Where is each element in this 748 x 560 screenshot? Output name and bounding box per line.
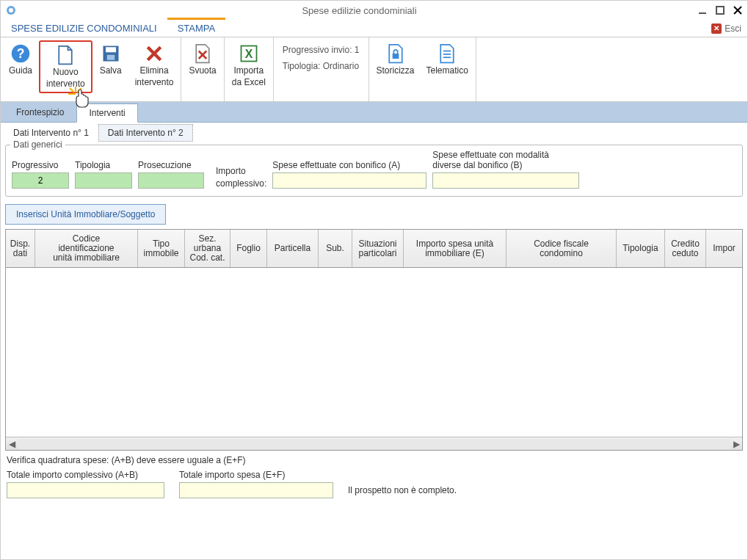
svg-rect-3 (716, 7, 724, 14)
guida-label: Guida (9, 65, 32, 76)
exit-icon: ✕ (711, 23, 722, 34)
inner-tab-2[interactable]: Dati Intervento n° 2 (98, 124, 193, 142)
col-tipo-immobile[interactable]: Tipo immobile (138, 230, 185, 267)
minimize-icon[interactable] (697, 5, 708, 15)
spese-b-input[interactable] (432, 172, 579, 189)
scroll-left-icon[interactable]: ◀ (6, 438, 18, 450)
col-foglio[interactable]: Foglio (230, 230, 267, 267)
svg-rect-9 (106, 47, 116, 52)
spese-a-label: Spese effettuate con bonifico (A) (272, 160, 426, 170)
telematico-button[interactable]: Telematico (421, 40, 474, 79)
dati-generici-group: Dati generici Progressivo Tipologia Pros… (5, 145, 743, 197)
prosecuzione-input[interactable] (138, 172, 204, 189)
col-particella[interactable]: Particella (267, 230, 319, 267)
subtab-bar: Frontespizio Interventi (1, 102, 747, 123)
col-sez-urbana[interactable]: Sez. urbana Cod. cat. (185, 230, 230, 267)
nuovo-label-2: intervento (46, 79, 85, 89)
telematic-icon (437, 43, 457, 64)
col-sub[interactable]: Sub. (319, 230, 352, 267)
delete-icon (144, 43, 164, 64)
save-icon (101, 43, 121, 64)
importo-complessivo-label-1: Importo (216, 166, 266, 176)
col-credito[interactable]: Credito ceduto (665, 230, 706, 267)
svg-rect-21 (392, 54, 399, 59)
tab-stampa[interactable]: STAMPA (167, 18, 226, 37)
maximize-icon[interactable] (715, 5, 725, 15)
grid-header-row: Disp. dati Codice identificazione unità … (6, 230, 742, 268)
subtab-interventi[interactable]: Interventi (76, 103, 137, 123)
salva-label: Salva (100, 65, 122, 76)
importa-label-2: da Excel (232, 77, 266, 87)
elimina-intervento-button[interactable]: Elimina intervento (129, 40, 180, 90)
col-importo-e[interactable]: Importo spesa unità immobiliare (E) (404, 230, 506, 267)
svuota-button[interactable]: Svuota (183, 40, 222, 79)
importa-excel-button[interactable]: X Importa da Excel (226, 40, 272, 90)
storicizza-label: Storicizza (377, 65, 415, 76)
bottom-section: Verifica quadratura spese: (A+B) deve es… (1, 451, 747, 503)
title-bar: Spese edilizie condominiali (1, 1, 747, 20)
svg-rect-2 (699, 12, 706, 14)
app-window: Spese edilizie condominiali SPESE EDILIZ… (0, 0, 748, 560)
tab-spese-edilizie[interactable]: SPESE EDILIZIE CONDOMINIALI (1, 20, 167, 37)
ribbon: ? Guida Nuovo intervento Salva (1, 37, 747, 102)
col-impor[interactable]: Impor (706, 230, 742, 267)
horizontal-scrollbar[interactable]: ◀ ▶ (6, 437, 742, 450)
elimina-label-2: intervento (135, 77, 174, 87)
inner-tabs: Dati Intervento n° 1 Dati Intervento n° … (1, 123, 747, 142)
elimina-label-1: Elimina (139, 65, 168, 76)
new-document-icon (55, 45, 76, 65)
clear-document-icon (192, 43, 213, 64)
progressivo-input[interactable] (12, 172, 69, 189)
close-icon[interactable] (733, 5, 743, 15)
col-codice-id[interactable]: Codice identificazione unità immobiliare (35, 230, 138, 267)
prosecuzione-label: Prosecuzione (138, 160, 204, 170)
tipologia-label: Tipologia (75, 160, 132, 170)
dati-generici-legend: Dati generici (10, 139, 65, 150)
exit-label: Esci (725, 23, 741, 34)
tot-ab-label: Totale importo complessivo (A+B) (7, 470, 164, 480)
nuovo-label-1: Nuovo (53, 67, 79, 77)
subtab-frontespizio[interactable]: Frontespizio (4, 103, 76, 122)
verifica-label: Verifica quadratura spese: (A+B) deve es… (7, 455, 741, 465)
col-situazioni[interactable]: Situazioni particolari (352, 230, 404, 267)
top-tabs: SPESE EDILIZIE CONDOMINIALI STAMPA ✕ Esc… (1, 20, 747, 37)
svg-text:X: X (245, 48, 253, 60)
svg-text:?: ? (17, 46, 25, 61)
importo-complessivo-label-2: complessivo: (216, 178, 266, 189)
tot-ab-input[interactable] (7, 482, 164, 498)
archive-lock-icon (385, 43, 406, 64)
app-icon (5, 4, 17, 16)
prospetto-status: Il prospetto non è completo. (348, 485, 457, 495)
svuota-label: Svuota (189, 65, 216, 76)
importa-label-1: Importa (233, 65, 264, 76)
spese-b-label-2: diverse dal bonifico (B) (432, 160, 579, 170)
col-disp-dati[interactable]: Disp. dati (6, 230, 35, 267)
data-grid: Disp. dati Codice identificazione unità … (5, 229, 743, 451)
progressivo-invio-text: Progressivo invio: 1 (283, 45, 360, 55)
guida-button[interactable]: ? Guida (2, 40, 39, 79)
scroll-right-icon[interactable]: ▶ (730, 438, 742, 450)
excel-icon: X (239, 43, 259, 64)
exit-button[interactable]: ✕ Esci (705, 20, 747, 37)
nuovo-intervento-button[interactable]: Nuovo intervento (39, 40, 92, 93)
progressivo-label: Progressivo (12, 160, 69, 170)
storicizza-button[interactable]: Storicizza (371, 40, 421, 79)
tot-ef-input[interactable] (179, 482, 333, 498)
telematico-label: Telematico (426, 65, 468, 76)
svg-rect-10 (106, 55, 115, 60)
spese-b-label-1: Spese effettuate con modalità (432, 150, 579, 160)
col-cf-condomino[interactable]: Codice fiscale condomino (506, 230, 617, 267)
window-title: Spese edilizie condominiali (247, 5, 472, 16)
scroll-track[interactable] (18, 439, 730, 449)
inserisci-unita-button[interactable]: Inserisci Unità Immobliare/Soggetto (5, 204, 166, 225)
salva-button[interactable]: Salva (92, 40, 129, 79)
tot-ef-label: Totale importo spesa (E+F) (179, 470, 333, 480)
svg-point-1 (9, 8, 13, 12)
tipologia-input[interactable] (75, 172, 132, 189)
col-tipologia[interactable]: Tipologia (617, 230, 665, 267)
ribbon-info: Progressivo invio: 1 Tipologia: Ordinari… (275, 40, 367, 76)
spese-a-input[interactable] (272, 172, 426, 189)
help-icon: ? (10, 43, 31, 64)
tipologia-text: Tipologia: Ordinario (283, 61, 360, 71)
grid-body[interactable] (6, 268, 742, 437)
